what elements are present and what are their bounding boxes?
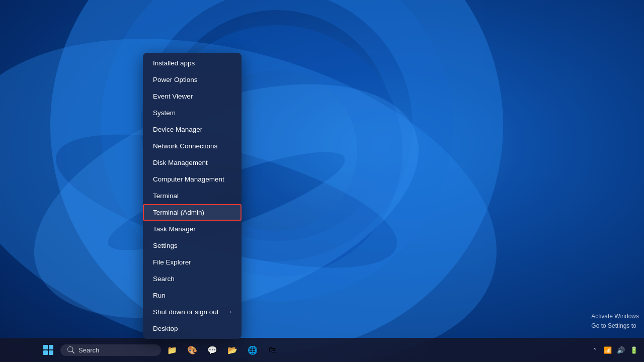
menu-item-file-explorer[interactable]: File Explorer	[143, 254, 242, 270]
menu-item-label-terminal: Terminal	[153, 192, 179, 200]
menu-item-label-power-options: Power Options	[153, 76, 198, 83]
menu-item-terminal-admin[interactable]: Terminal (Admin)	[143, 204, 242, 221]
taskbar-search[interactable]: Search	[60, 344, 161, 356]
menu-item-label-settings: Settings	[153, 242, 178, 249]
menu-item-label-task-manager: Task Manager	[153, 225, 196, 233]
taskbar-icon-folder[interactable]: 📂	[223, 341, 242, 359]
taskbar-icon-file-explorer[interactable]: 📁	[163, 341, 181, 359]
menu-item-power-options[interactable]: Power Options	[143, 71, 242, 88]
menu-item-label-disk-management: Disk Management	[153, 159, 208, 166]
logo-sq-2	[49, 345, 53, 349]
taskbar-icon-colorful[interactable]: 🎨	[183, 341, 201, 359]
menu-item-computer-management[interactable]: Computer Management	[143, 171, 242, 188]
menu-item-label-terminal-admin: Terminal (Admin)	[153, 209, 204, 216]
taskbar-icon-edge[interactable]: 🌐	[244, 341, 262, 359]
taskbar-right: ⌃ 📶 🔊 🔋	[320, 344, 644, 356]
systray-battery[interactable]: 🔋	[628, 344, 640, 356]
taskbar: Search 📁 🎨 💬 📂 🌐 🛍 ⌃ 📶 🔊 🔋	[0, 338, 644, 362]
menu-item-label-run: Run	[153, 292, 166, 299]
menu-item-label-device-manager: Device Manager	[153, 126, 202, 133]
menu-item-disk-management[interactable]: Disk Management	[143, 154, 242, 171]
menu-item-label-desktop: Desktop	[153, 325, 178, 332]
menu-item-network-connections[interactable]: Network Connections	[143, 138, 242, 154]
menu-item-task-manager[interactable]: Task Manager	[143, 221, 242, 237]
menu-item-label-network-connections: Network Connections	[153, 142, 217, 150]
activate-windows-watermark: Activate Windows Go to Settings to	[591, 312, 639, 331]
menu-item-label-file-explorer: File Explorer	[153, 258, 191, 266]
watermark-line2: Go to Settings to	[591, 321, 639, 331]
chevron-right-icon: ›	[230, 309, 231, 315]
menu-item-label-search: Search	[153, 275, 175, 283]
menu-item-label-installed-apps: Installed apps	[153, 59, 195, 67]
menu-item-label-computer-management: Computer Management	[153, 175, 224, 183]
system-tray: ⌃ 📶 🔊 🔋	[589, 344, 640, 356]
menu-item-shut-down[interactable]: Shut down or sign out›	[143, 304, 242, 320]
windows-logo	[43, 345, 53, 355]
taskbar-icon-teams[interactable]: 💬	[203, 341, 221, 359]
watermark-line1: Activate Windows	[591, 312, 639, 321]
start-button[interactable]	[38, 340, 58, 360]
menu-item-label-system: System	[153, 109, 176, 117]
menu-item-run[interactable]: Run	[143, 287, 242, 304]
menu-item-settings[interactable]: Settings	[143, 237, 242, 254]
menu-item-label-shut-down: Shut down or sign out	[153, 308, 219, 316]
menu-item-terminal[interactable]: Terminal	[143, 188, 242, 204]
menu-item-installed-apps[interactable]: Installed apps	[143, 55, 242, 71]
logo-sq-1	[43, 345, 48, 349]
systray-wifi[interactable]: 📶	[602, 344, 614, 356]
menu-item-system[interactable]: System	[143, 105, 242, 121]
menu-item-desktop[interactable]: Desktop	[143, 320, 242, 337]
desktop-background	[0, 0, 644, 362]
menu-item-device-manager[interactable]: Device Manager	[143, 121, 242, 138]
context-menu: Installed appsPower OptionsEvent ViewerS…	[143, 53, 242, 339]
taskbar-left: Search 📁 🎨 💬 📂 🌐 🛍	[0, 340, 320, 360]
logo-sq-3	[43, 350, 48, 355]
menu-item-search[interactable]: Search	[143, 270, 242, 287]
menu-item-label-event-viewer: Event Viewer	[153, 93, 193, 100]
systray-volume[interactable]: 🔊	[615, 344, 627, 356]
systray-chevron[interactable]: ⌃	[589, 344, 601, 356]
search-icon	[67, 346, 74, 353]
menu-item-event-viewer[interactable]: Event Viewer	[143, 88, 242, 105]
logo-sq-4	[49, 350, 53, 355]
search-bar-label: Search	[78, 346, 99, 354]
taskbar-icon-store[interactable]: 🛍	[264, 341, 282, 359]
